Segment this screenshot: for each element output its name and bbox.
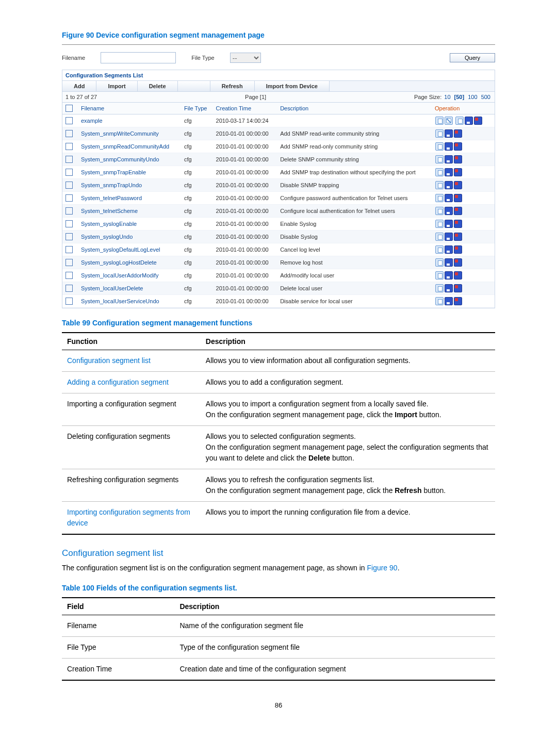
deploy-icon[interactable] xyxy=(454,271,462,280)
row-filename[interactable]: System_localUserDelete xyxy=(78,282,181,295)
save-icon[interactable] xyxy=(445,142,453,151)
save-icon[interactable] xyxy=(445,168,453,176)
row-filename[interactable]: System_syslogLogHostDelete xyxy=(78,256,181,269)
deploy-icon[interactable] xyxy=(454,155,462,163)
row-filename[interactable]: System_telnetPassword xyxy=(78,192,181,205)
copy-icon[interactable] xyxy=(435,233,444,241)
copy-icon[interactable] xyxy=(435,245,444,254)
select-all-checkbox[interactable] xyxy=(65,105,73,112)
deploy-icon[interactable] xyxy=(454,129,462,138)
deploy-icon[interactable] xyxy=(454,142,462,151)
deploy-icon[interactable] xyxy=(454,207,462,215)
copy-icon[interactable] xyxy=(435,142,444,151)
row-filename[interactable]: example xyxy=(78,114,181,127)
copy-icon[interactable] xyxy=(435,258,444,267)
deploy-icon[interactable] xyxy=(454,245,462,254)
row-checkbox[interactable] xyxy=(65,246,73,253)
save-icon[interactable] xyxy=(445,220,453,228)
copy-icon[interactable] xyxy=(435,168,444,176)
row-checkbox[interactable] xyxy=(65,169,73,176)
deploy-icon[interactable] xyxy=(454,220,462,228)
link-icon[interactable] xyxy=(445,117,453,125)
filename-input[interactable] xyxy=(101,52,176,63)
row-checkbox[interactable] xyxy=(65,156,73,163)
row-checkbox[interactable] xyxy=(65,207,73,215)
row-checkbox[interactable] xyxy=(65,298,73,305)
save-icon[interactable] xyxy=(445,284,453,292)
col-desc[interactable]: Description xyxy=(277,103,432,114)
row-filename[interactable]: System_syslogEnable xyxy=(78,218,181,231)
row-filename[interactable]: System_snmpCommunityUndo xyxy=(78,153,181,166)
save-icon[interactable] xyxy=(445,207,453,215)
save-icon[interactable] xyxy=(445,258,453,267)
deploy-icon[interactable] xyxy=(474,117,482,125)
pagesize-10[interactable]: 10 xyxy=(444,94,450,100)
row-checkbox[interactable] xyxy=(65,182,73,189)
row-filename[interactable]: System_snmpTrapUndo xyxy=(78,179,181,192)
col-filetype[interactable]: File Type xyxy=(181,103,213,114)
save-icon[interactable] xyxy=(445,194,453,202)
pagesize-100[interactable]: 100 xyxy=(468,94,477,100)
row-filename[interactable]: System_snmpTrapEnable xyxy=(78,166,181,179)
filetype-select[interactable]: -- xyxy=(230,53,261,63)
deploy-icon[interactable] xyxy=(454,194,462,202)
row-checkbox[interactable] xyxy=(65,130,73,137)
save-icon[interactable] xyxy=(465,117,473,125)
delete-button[interactable]: Delete xyxy=(138,81,178,91)
row-checkbox[interactable] xyxy=(65,233,73,240)
row-filename[interactable]: System_telnetScheme xyxy=(78,205,181,218)
add-button[interactable]: Add xyxy=(62,81,96,91)
col-filename[interactable]: Filename xyxy=(78,103,181,114)
save-icon[interactable] xyxy=(445,129,453,138)
copy-icon[interactable] xyxy=(455,117,464,125)
deploy-icon[interactable] xyxy=(454,297,462,305)
function-link[interactable]: Configuration segment list xyxy=(67,356,151,365)
row-checkbox[interactable] xyxy=(65,117,73,124)
deploy-icon[interactable] xyxy=(454,258,462,267)
row-checkbox[interactable] xyxy=(65,143,73,150)
row-desc: Add SNMP read-write community string xyxy=(277,127,432,140)
copy-icon[interactable] xyxy=(435,181,444,189)
copy-icon[interactable] xyxy=(435,207,444,215)
save-icon[interactable] xyxy=(445,233,453,241)
function-link[interactable]: Importing configuration segments from de… xyxy=(67,508,190,527)
row-filename[interactable]: System_syslogUndo xyxy=(78,231,181,243)
save-icon[interactable] xyxy=(445,181,453,189)
copy-icon[interactable] xyxy=(435,297,444,305)
figure-link[interactable]: Figure 90 xyxy=(367,564,397,572)
refresh-button[interactable]: Refresh xyxy=(210,81,255,91)
deploy-icon[interactable] xyxy=(454,181,462,189)
row-checkbox[interactable] xyxy=(65,194,73,202)
deploy-icon[interactable] xyxy=(454,284,462,292)
row-checkbox[interactable] xyxy=(65,272,73,279)
copy-icon[interactable] xyxy=(435,129,444,138)
row-filename[interactable]: System_snmpWriteCommunity xyxy=(78,127,181,140)
row-checkbox[interactable] xyxy=(65,285,73,292)
function-link[interactable]: Adding a configuration segment xyxy=(67,378,169,386)
row-ops xyxy=(432,269,495,282)
copy-icon[interactable] xyxy=(435,194,444,202)
row-filename[interactable]: System_localUserServiceUndo xyxy=(78,295,181,308)
copy-icon[interactable] xyxy=(435,117,444,125)
save-icon[interactable] xyxy=(445,155,453,163)
import-button[interactable]: Import xyxy=(96,81,137,91)
row-filename[interactable]: System_syslogDefaultLogLevel xyxy=(78,243,181,256)
save-icon[interactable] xyxy=(445,245,453,254)
pagesize-500[interactable]: 500 xyxy=(481,94,490,100)
row-checkbox[interactable] xyxy=(65,259,73,266)
copy-icon[interactable] xyxy=(435,155,444,163)
copy-icon[interactable] xyxy=(435,284,444,292)
copy-icon[interactable] xyxy=(435,271,444,280)
col-ctime[interactable]: Creation Time xyxy=(213,103,277,114)
row-filename[interactable]: System_snmpReadCommunityAdd xyxy=(78,140,181,153)
save-icon[interactable] xyxy=(445,297,453,305)
deploy-icon[interactable] xyxy=(454,168,462,176)
pagesize-50[interactable]: [50] xyxy=(454,94,465,100)
deploy-icon[interactable] xyxy=(454,233,462,241)
row-checkbox[interactable] xyxy=(65,220,73,227)
save-icon[interactable] xyxy=(445,271,453,280)
query-button[interactable]: Query xyxy=(450,53,495,62)
import-device-button[interactable]: Import from Device xyxy=(255,81,330,91)
row-filename[interactable]: System_localUserAddorModify xyxy=(78,269,181,282)
copy-icon[interactable] xyxy=(435,220,444,228)
